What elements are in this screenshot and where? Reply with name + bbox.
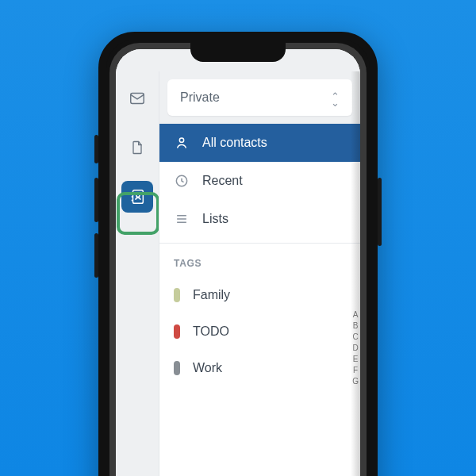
file-icon bbox=[129, 139, 145, 156]
tags-header: TAGS bbox=[159, 244, 360, 277]
tag-todo[interactable]: TODO bbox=[159, 313, 360, 350]
mail-icon bbox=[129, 90, 146, 107]
svg-rect-0 bbox=[131, 94, 144, 104]
nav-lists[interactable]: Lists bbox=[159, 200, 360, 238]
tag-label: Work bbox=[193, 361, 222, 375]
phone-button-vol-up bbox=[94, 178, 98, 222]
svg-point-2 bbox=[136, 194, 140, 197]
nav-rail-contacts[interactable] bbox=[121, 181, 153, 213]
addressbook-selected-label: Private bbox=[180, 90, 220, 105]
phone-button-mute bbox=[94, 135, 98, 163]
nav-rail-mail[interactable] bbox=[121, 83, 153, 114]
nav-all-contacts[interactable]: All contacts bbox=[159, 124, 360, 162]
tag-work[interactable]: Work bbox=[159, 350, 360, 386]
alpha-index-peek: ABCDEFG bbox=[352, 309, 359, 387]
main-panel: Private ⌃⌄ All c bbox=[159, 71, 360, 476]
phone-screen: Private ⌃⌄ All c bbox=[116, 49, 360, 476]
nav-lists-label: Lists bbox=[202, 212, 228, 226]
phone-frame: Private ⌃⌄ All c bbox=[98, 32, 378, 476]
nav-all-contacts-label: All contacts bbox=[202, 136, 267, 150]
clock-icon bbox=[174, 173, 190, 189]
address-book-icon bbox=[129, 188, 146, 205]
tag-label: Family bbox=[193, 288, 230, 302]
phone-button-vol-down bbox=[94, 233, 98, 278]
tag-family[interactable]: Family bbox=[159, 277, 360, 313]
svg-point-3 bbox=[179, 138, 183, 142]
phone-button-power bbox=[378, 178, 382, 246]
tag-pill-icon bbox=[174, 288, 180, 302]
nav-rail bbox=[116, 71, 159, 476]
phone-notch bbox=[190, 43, 286, 62]
tag-label: TODO bbox=[193, 324, 229, 339]
nav-recent[interactable]: Recent bbox=[159, 162, 360, 200]
person-icon bbox=[174, 135, 190, 151]
tag-pill-icon bbox=[174, 361, 180, 375]
chevron-updown-icon: ⌃⌄ bbox=[331, 91, 340, 104]
addressbook-selector-wrap: Private ⌃⌄ bbox=[159, 71, 360, 124]
nav-recent-label: Recent bbox=[202, 174, 243, 188]
nav-rail-file[interactable] bbox=[121, 132, 153, 163]
phone-inner-bezel: Private ⌃⌄ All c bbox=[109, 43, 367, 476]
addressbook-selector[interactable]: Private ⌃⌄ bbox=[167, 79, 352, 116]
app-root: Private ⌃⌄ All c bbox=[116, 49, 360, 476]
list-icon bbox=[174, 211, 190, 227]
tag-pill-icon bbox=[174, 324, 180, 339]
